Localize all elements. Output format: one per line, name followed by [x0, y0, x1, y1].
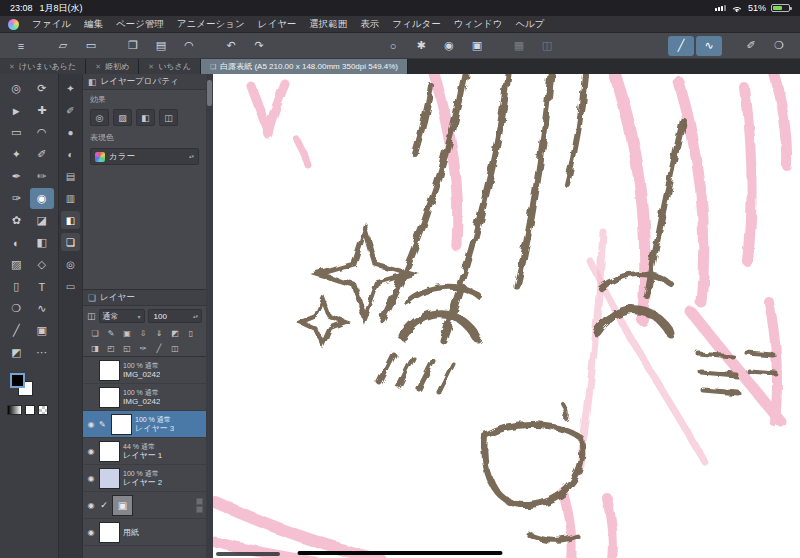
layer-row-img0242-b[interactable]: 100 % 通常 IMG_0242: [83, 384, 206, 411]
main-color-swatch[interactable]: [10, 373, 25, 388]
tool-brush[interactable]: ✑: [4, 188, 29, 209]
tool-decoration[interactable]: ✿: [4, 210, 29, 231]
sub-tool-icon[interactable]: ✐: [61, 101, 80, 119]
home-indicator[interactable]: [298, 551, 503, 556]
color-slider-icon[interactable]: ▥: [61, 189, 80, 207]
menu-page-management[interactable]: ページ管理: [116, 18, 164, 31]
expression-color-dropdown[interactable]: カラー ▴▾: [90, 148, 199, 165]
blend-mode-dropdown[interactable]: 通常 ▾: [99, 309, 145, 323]
tool-fill[interactable]: ◧: [30, 232, 55, 253]
layer-row-img0242-a[interactable]: 100 % 通常 IMG_0242: [83, 357, 206, 384]
tone-effect-icon[interactable]: ▨: [113, 109, 132, 126]
navigator-icon[interactable]: ◎: [61, 255, 80, 273]
menu-animation[interactable]: アニメーション: [177, 18, 245, 31]
close-tab-icon[interactable]: ✕: [95, 63, 101, 71]
tool-auto-select[interactable]: ✦: [4, 144, 29, 165]
tool-operation[interactable]: ►: [4, 100, 29, 121]
border-effect-icon[interactable]: ◎: [90, 109, 109, 126]
tab-ichisan[interactable]: ✕ いちさん: [139, 59, 201, 74]
tool-figure[interactable]: ◇: [30, 254, 55, 275]
document-canvas[interactable]: [213, 74, 800, 558]
layer-thumbnail[interactable]: [99, 441, 120, 462]
marquee-tool-icon[interactable]: ▭: [78, 36, 104, 56]
menu-view[interactable]: 表示: [360, 18, 379, 31]
crop-icon[interactable]: ▣: [464, 36, 490, 56]
two-pane-view-icon[interactable]: ◫: [168, 342, 182, 355]
layer-row-layer3-selected[interactable]: ◉ ✎ 100 % 通常 レイヤー 3: [83, 411, 206, 438]
eye-icon[interactable]: ◉: [86, 501, 96, 510]
canvas-drawing[interactable]: [213, 74, 800, 558]
curve-tool-icon[interactable]: ∿: [696, 36, 722, 56]
transparent-swatch[interactable]: [38, 405, 48, 415]
vertical-scrollbar[interactable]: [206, 74, 213, 558]
tool-eyedropper[interactable]: ✐: [30, 144, 55, 165]
layer-tab-icon[interactable]: ❏: [61, 233, 80, 251]
tool-rotate-canvas[interactable]: ⟳: [30, 78, 55, 99]
menu-filter[interactable]: フィルター: [392, 18, 440, 31]
enable-ruler-icon[interactable]: ╱: [152, 342, 166, 355]
set-as-draft-icon[interactable]: ✑: [136, 342, 150, 355]
feedback-chat-icon[interactable]: ❍: [766, 36, 792, 56]
paper-thumbnail[interactable]: [99, 522, 120, 543]
layer-thumbnail[interactable]: [99, 360, 120, 381]
layer-panel-header[interactable]: ❏ レイヤー: [83, 290, 206, 306]
new-raster-layer-icon[interactable]: ❏: [88, 327, 102, 340]
tool-eraser[interactable]: ◪: [30, 210, 55, 231]
menu-help[interactable]: ヘルプ: [515, 18, 544, 31]
layer-thumbnail[interactable]: [99, 387, 120, 408]
lock-layer-icon[interactable]: ◰: [104, 342, 118, 355]
tool-gradient[interactable]: ▨: [4, 254, 29, 275]
redo-icon[interactable]: ↷: [246, 36, 272, 56]
import-file-icon[interactable]: ▤: [148, 36, 174, 56]
vertical-scrollbar-thumb[interactable]: [207, 80, 212, 106]
layer-color-effect-icon[interactable]: ◧: [136, 109, 155, 126]
folder-thumbnail[interactable]: ▣: [112, 495, 133, 516]
layer-mask-icon[interactable]: ◩: [168, 327, 182, 340]
brush-size-icon[interactable]: ●: [61, 123, 80, 141]
object-tool-icon[interactable]: ▱: [50, 36, 76, 56]
gradient-swatch[interactable]: [7, 405, 22, 415]
quick-access-icon[interactable]: ✦: [61, 79, 80, 97]
layer-thumbnail[interactable]: [99, 468, 120, 489]
new-vector-layer-icon[interactable]: ✎: [104, 327, 118, 340]
menu-file[interactable]: ファイル: [32, 18, 71, 31]
brush-settings-icon[interactable]: ◉: [436, 36, 462, 56]
white-swatch[interactable]: [25, 405, 35, 415]
tool-ruler[interactable]: ╱: [4, 320, 29, 341]
layer-property-header[interactable]: ◧ レイヤープロパティ: [83, 74, 206, 90]
eyedropper-toolbar-icon[interactable]: ✐: [738, 36, 764, 56]
stepper-icon[interactable]: ▴▾: [189, 154, 194, 159]
tool-marquee-select[interactable]: ▭: [4, 122, 29, 143]
tool-selection-launcher[interactable]: ◩: [4, 342, 29, 363]
lock-transparency-icon[interactable]: ◱: [120, 342, 134, 355]
tab-himehajime[interactable]: ✕ 姫初め: [86, 59, 139, 74]
paste-image-icon[interactable]: ❐: [120, 36, 146, 56]
layer-property-tab-icon[interactable]: ◧: [61, 211, 80, 229]
close-tab-icon[interactable]: ✕: [148, 63, 154, 71]
layer-row-folder[interactable]: ◉ ✓ ▣: [83, 492, 206, 519]
opacity-slider[interactable]: 100 ▴▾: [148, 309, 202, 323]
tool-airbrush[interactable]: ◉: [30, 188, 55, 209]
tool-pencil[interactable]: ✏: [30, 166, 55, 187]
clip-studio-logo[interactable]: [8, 19, 19, 30]
transfer-down-icon[interactable]: ⇩: [136, 327, 150, 340]
tool-material[interactable]: ▣: [30, 320, 55, 341]
tab-hakuro-cover-active[interactable]: ❏ 白露表紙 (A5 210.00 x 148.00mm 350dpi 549.…: [201, 59, 408, 74]
menu-edit[interactable]: 編集: [84, 18, 103, 31]
color-set-icon[interactable]: ▤: [61, 167, 80, 185]
undo-icon[interactable]: ↶: [218, 36, 244, 56]
eye-icon[interactable]: ◉: [86, 447, 96, 456]
eye-icon[interactable]: ◉: [86, 474, 96, 483]
grid-view-icon[interactable]: ▦: [506, 36, 532, 56]
delete-layer-icon[interactable]: ▯: [184, 327, 198, 340]
horizontal-scrollbar-thumb[interactable]: [216, 552, 280, 556]
deselect-icon[interactable]: ○: [380, 36, 406, 56]
tool-zoom[interactable]: ◎: [4, 78, 29, 99]
merge-down-icon[interactable]: ⇓: [152, 327, 166, 340]
close-tab-icon[interactable]: ✕: [9, 63, 15, 71]
opacity-stepper-icon[interactable]: ▴▾: [193, 314, 198, 319]
new-folder-icon[interactable]: ▣: [120, 327, 134, 340]
tool-text[interactable]: T: [30, 276, 55, 297]
menu-selection[interactable]: 選択範囲: [309, 18, 347, 31]
eye-icon[interactable]: ◉: [86, 528, 96, 537]
